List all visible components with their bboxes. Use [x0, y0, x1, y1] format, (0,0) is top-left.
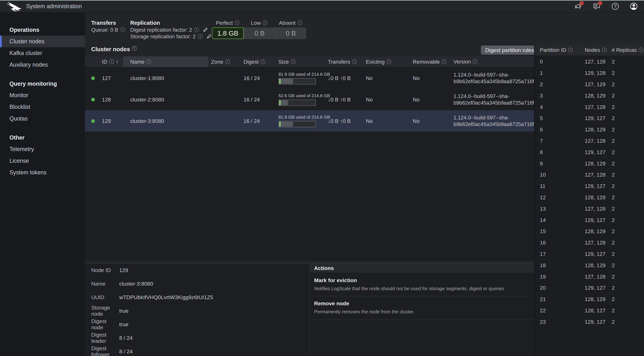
detail-row-digest-node: Digest nodetrue: [85, 317, 309, 331]
column-header-evicting[interactable]: Evictingi: [366, 56, 391, 67]
partition-replicas-cell: 2: [612, 294, 615, 305]
column-header-nodes[interactable]: Nodesi: [585, 44, 607, 56]
detail-label: Storage node: [91, 305, 119, 317]
cluster-node-row-128[interactable]: 128cluster-2:808016 / 2452.6 GB used of …: [85, 89, 534, 110]
size-usage-bar-fill: [279, 79, 293, 84]
action-mark-for-eviction[interactable]: Mark for evictionNotifies LogScale that …: [310, 273, 534, 296]
action-title: Remove node: [314, 300, 530, 306]
partition-nodes-cell: 127, 128: [585, 271, 606, 282]
sidebar-item-cluster-nodes[interactable]: Cluster nodes: [0, 36, 85, 47]
partition-row-9: 9128, 1292: [535, 158, 644, 169]
node-size-cell: 81.9 GB used of 214.6 GB: [278, 110, 330, 132]
info-icon[interactable]: i: [260, 59, 265, 64]
partition-replicas-cell: 2: [612, 79, 615, 90]
node-name-cell: cluster-3:8080: [130, 110, 164, 132]
size-usage-bar-accent: [279, 100, 281, 105]
help-icon[interactable]: ?: [132, 46, 137, 51]
replication-health-segments: Perfecti Lowi Absenti 1.8 GB 0 B 0 B: [212, 19, 306, 39]
status-dot-green: [91, 98, 95, 101]
partition-replicas-cell: 2: [612, 248, 615, 260]
info-icon[interactable]: i: [298, 21, 302, 25]
sidebar-section-header-query-monitoring: Query monitoring: [0, 78, 85, 89]
info-icon[interactable]: i: [146, 59, 151, 64]
account-avatar-icon[interactable]: [630, 2, 638, 10]
column-header-replicas[interactable]: # Replicasi: [612, 44, 643, 56]
partition-row-22: 22128, 1272: [535, 305, 644, 316]
partition-replicas-cell: 2: [612, 124, 615, 135]
sidebar-item-system-tokens[interactable]: System tokens: [0, 167, 85, 178]
node-id-cell: 127: [102, 67, 111, 89]
detail-value: 8 / 24: [119, 348, 132, 354]
partition-id-cell: 17: [540, 248, 546, 260]
announcements-icon[interactable]: [574, 2, 582, 10]
info-icon[interactable]: i: [639, 48, 643, 52]
node-transfers-cell: ↓0 B ↑0 B: [328, 110, 351, 132]
partition-row-15: 15128, 1292: [535, 226, 644, 237]
info-icon[interactable]: i: [194, 27, 199, 32]
detail-label: UUID: [91, 294, 119, 300]
topbar: System administration ?: [0, 0, 644, 13]
column-header-version[interactable]: Versioni: [454, 56, 533, 67]
info-icon[interactable]: i: [352, 59, 357, 64]
cluster-node-row-127[interactable]: 127cluster-1:808016 / 2481.9 GB used of …: [85, 67, 534, 89]
edit-pencil-icon[interactable]: [203, 27, 208, 33]
sidebar-item-auxiliary-nodes[interactable]: Auxiliary nodes: [0, 59, 85, 71]
info-icon[interactable]: i: [109, 59, 114, 64]
sidebar-item-license[interactable]: License: [0, 155, 85, 167]
partition-nodes-cell: 127, 128: [585, 56, 606, 67]
sidebar-item-quotas[interactable]: Quotas: [0, 113, 85, 124]
partition-replicas-cell: 2: [612, 316, 615, 327]
info-icon[interactable]: i: [442, 59, 446, 64]
column-header-digest[interactable]: Digesti: [244, 56, 265, 67]
partition-nodes-cell: 127, 128: [585, 203, 606, 214]
info-icon[interactable]: i: [262, 21, 267, 25]
column-header-id[interactable]: IDi↑: [102, 56, 118, 67]
info-icon[interactable]: i: [225, 59, 230, 64]
size-usage: 52.6 GB used of 214.6 GB: [278, 93, 330, 106]
info-icon[interactable]: i: [235, 21, 240, 25]
partition-nodes-cell: 129, 127: [585, 316, 606, 327]
edit-pencil-icon[interactable]: [206, 34, 212, 39]
size-usage-label: 81.9 GB used of 214.6 GB: [278, 115, 330, 120]
info-icon[interactable]: i: [473, 59, 478, 64]
column-header-partition-id[interactable]: Partition IDi: [540, 44, 573, 56]
partition-row-13: 13127, 1282: [535, 203, 644, 214]
partition-id-cell: 2: [540, 79, 543, 90]
info-icon[interactable]: i: [120, 27, 125, 32]
node-evicting-cell: No: [366, 67, 373, 89]
column-header-name[interactable]: Namei: [130, 56, 151, 67]
messages-icon[interactable]: [593, 2, 600, 10]
info-icon[interactable]: i: [602, 48, 607, 52]
partition-row-23: 23129, 1272: [535, 316, 644, 327]
info-icon[interactable]: i: [198, 34, 202, 39]
partition-replicas-cell: 2: [612, 146, 615, 158]
action-remove-node[interactable]: Remove nodePermanently removes the node …: [310, 296, 534, 319]
detail-value: 8 / 24: [119, 335, 132, 341]
node-removable-cell: No: [413, 110, 420, 132]
sidebar-item-kafka-cluster[interactable]: Kafka cluster: [0, 47, 85, 59]
partition-row-8: 8129, 1272: [535, 146, 644, 158]
detail-label: Digest leader: [91, 332, 119, 344]
column-header-transfers[interactable]: Transfersi: [328, 56, 357, 67]
help-icon[interactable]: ?: [611, 2, 619, 10]
info-icon[interactable]: i: [568, 48, 573, 52]
partition-row-21: 21128, 1292: [535, 294, 644, 305]
cluster-node-row-129[interactable]: 129cluster-3:808016 / 2481.9 GB used of …: [85, 110, 534, 132]
info-icon[interactable]: i: [386, 59, 391, 64]
replication-stat: Replication Digest replication factor: 2…: [130, 19, 212, 40]
partitions-table-header: Partition IDi Nodesi # Replicasi: [535, 44, 644, 56]
column-header-size[interactable]: Sizei: [278, 56, 296, 67]
column-header-zone[interactable]: Zonei: [211, 56, 230, 67]
partition-nodes-cell: 128, 129: [585, 260, 606, 271]
digest-partition-rules-button[interactable]: Digest partition rules: [481, 46, 538, 55]
sidebar-item-blocklist[interactable]: Blocklist: [0, 101, 85, 113]
partition-nodes-cell: 129, 127: [585, 146, 606, 158]
partition-nodes-cell: 128, 129: [585, 226, 606, 237]
sidebar-item-monitor[interactable]: Monitor: [0, 89, 85, 101]
info-icon[interactable]: i: [291, 59, 296, 64]
column-header-removable[interactable]: Removablei: [413, 56, 446, 67]
sidebar-item-telemetry[interactable]: Telemetry: [0, 143, 85, 155]
node-id-cell: 128: [102, 89, 111, 110]
crowdstrike-falcon-logo[interactable]: [4, 1, 24, 12]
partition-id-cell: 20: [540, 282, 546, 294]
